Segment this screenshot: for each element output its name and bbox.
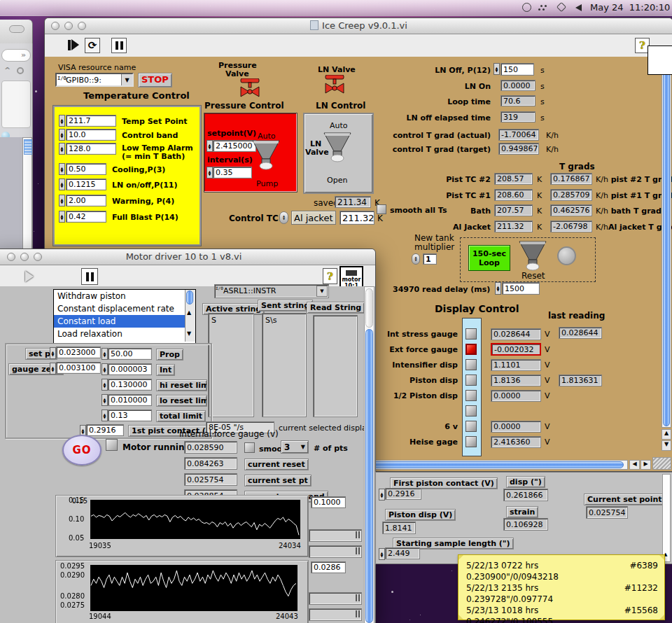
gauge-zero-field[interactable]: 0.003100	[56, 362, 101, 374]
control-tc-value[interactable]: Al jacket	[291, 211, 336, 225]
chevron-more-icon[interactable]: »	[21, 50, 26, 59]
chart1-slider-a[interactable]	[309, 529, 362, 542]
full-blast-field[interactable]: 0.42	[66, 211, 106, 223]
stop-button[interactable]: STOP	[138, 73, 172, 88]
chart2-slider-b[interactable]	[309, 608, 362, 621]
spinner[interactable]: ▲▼	[59, 115, 65, 127]
total-limit-field[interactable]: 0.13	[108, 410, 152, 421]
ln-valve-slider-funnel[interactable]	[323, 131, 351, 163]
int-field[interactable]: 0.000003	[108, 363, 152, 375]
pressure-slider-funnel[interactable]	[252, 139, 280, 171]
smooth-checkbox[interactable]	[244, 442, 255, 453]
loop-150-button[interactable]: 150-secLoop	[468, 245, 510, 271]
lo-reset-field[interactable]: 0.010000	[108, 394, 152, 406]
close-button[interactable]	[51, 22, 59, 30]
spinner[interactable]: ▲▼	[59, 129, 65, 141]
motor-vertical-scrollbar[interactable]	[364, 286, 374, 623]
visa-dropdown-icon[interactable]: ▼	[316, 286, 328, 297]
visa-combo[interactable]: I/O GPIB0::9: ▼	[55, 73, 134, 87]
fragment-scrollbar[interactable]	[22, 137, 32, 252]
temp-set-point-field[interactable]: 211.7	[66, 115, 116, 127]
low-temp-alarm-field[interactable]: 128.0	[66, 143, 116, 155]
list-item[interactable]: Load relaxation	[54, 328, 195, 340]
ln-onoff-field[interactable]: 0.1215	[66, 178, 106, 190]
smooth-all-ts-checkbox[interactable]	[377, 204, 386, 214]
spinner[interactable]: ▲▼	[50, 347, 56, 359]
display-toggle-piston[interactable]	[465, 374, 477, 386]
spinner[interactable]: ▲▼	[59, 211, 65, 223]
first-piston-contact-field[interactable]: 0.2916	[385, 488, 421, 500]
spinner[interactable]: ▲▼	[206, 140, 213, 152]
ln-off-field[interactable]: 150	[500, 63, 534, 76]
ice-traffic-lights[interactable]	[51, 22, 86, 30]
display-toggle-6v[interactable]	[465, 421, 477, 432]
minimize-button[interactable]	[64, 22, 73, 30]
spinner[interactable]: ▲▼	[102, 363, 108, 375]
pause-icon[interactable]	[81, 268, 98, 285]
sent-string-box[interactable]: S\s	[262, 313, 307, 417]
visa-dropdown-icon[interactable]: ▼	[121, 74, 132, 85]
collapse-caret-icon[interactable]: ^	[4, 66, 10, 75]
spinner[interactable]: ▲▼	[102, 379, 108, 391]
warming-field[interactable]: 2.00	[66, 195, 106, 206]
reset-slider-funnel[interactable]	[518, 239, 547, 272]
bottom-panel-scrollbar[interactable]: ▲	[662, 474, 671, 562]
interval-field[interactable]: 0.35	[213, 167, 252, 178]
cooling-field[interactable]: 0.50	[66, 163, 106, 175]
display-toggle-ext-force[interactable]	[465, 344, 477, 355]
spinner[interactable]: ▲▼	[379, 489, 385, 500]
setpoint-field[interactable]: 2.415000	[213, 140, 256, 152]
first-pist-contact-field[interactable]: 0.2916	[86, 424, 124, 436]
close-button[interactable]	[7, 253, 15, 261]
spinner[interactable]: ▲▼	[59, 195, 65, 206]
read-string-box[interactable]	[313, 315, 358, 417]
list-item-selected[interactable]: Constant load	[54, 315, 195, 328]
display-toggle-spare[interactable]	[465, 405, 477, 416]
num-pts-dropdown[interactable]: 3▼	[281, 440, 309, 454]
minimize-pill[interactable]	[9, 25, 24, 33]
log-note[interactable]: 5/22/13 0722 hrs 0.230900"/0/0943218#638…	[458, 554, 665, 620]
prop-field[interactable]: 50.00	[108, 348, 152, 360]
zoom-button[interactable]	[78, 22, 86, 30]
spinner[interactable]: ▲▼	[493, 63, 500, 75]
ice-vertical-scrollbar[interactable]	[662, 58, 671, 428]
scroll-left-arrow[interactable]: ◀	[629, 460, 640, 470]
run-icon[interactable]	[68, 40, 71, 50]
set-pt-field[interactable]: 0.023000	[56, 346, 101, 358]
spinner[interactable]: ▲▼	[102, 348, 108, 360]
new-tank-spinner[interactable]: ▲▼	[412, 253, 420, 265]
motor-visa-combo[interactable]: I/O ASRL1::INSTR ▼	[214, 284, 329, 298]
menu-clock-text[interactable]: May 24 11:20:10	[590, 2, 670, 13]
spinner[interactable]: ▲▼	[50, 363, 56, 374]
spinner[interactable]: ▲▼	[379, 548, 385, 560]
list-item[interactable]: Withdraw piston	[54, 290, 195, 302]
listbox-scrollbar[interactable]: ▲ ▼	[185, 290, 195, 342]
spinner[interactable]: ▲▼	[59, 163, 65, 175]
display-toggle-half-piston[interactable]	[465, 390, 477, 401]
list-item[interactable]: Constant displacement rate	[54, 302, 195, 315]
help-icon[interactable]: ?	[323, 268, 337, 284]
scroll-up-arrow[interactable]: ▲	[662, 429, 671, 440]
clock-icon[interactable]	[522, 3, 531, 12]
chart2-slider-a[interactable]	[309, 592, 362, 605]
ice-titlebar[interactable]: Ice Creep v9.0.1.vi	[45, 18, 672, 34]
spinner[interactable]: ▲▼	[59, 178, 65, 190]
spotlight-icon[interactable]	[556, 2, 566, 12]
gear-icon[interactable]	[17, 67, 24, 74]
control-tc-spinner[interactable]: ▲▼	[279, 211, 288, 224]
volume-icon[interactable]	[575, 4, 582, 11]
scroll-down-arrow[interactable]: ▼	[662, 440, 671, 451]
motor-traffic-lights[interactable]	[7, 253, 42, 261]
pause-icon[interactable]	[111, 38, 127, 53]
resize-grip[interactable]	[652, 457, 671, 470]
control-band-field[interactable]: 10.0	[66, 129, 116, 141]
search-field-fragment[interactable]	[1, 49, 31, 62]
display-toggle-int-stress[interactable]	[465, 328, 477, 340]
spinner[interactable]: ▲▼	[206, 167, 213, 178]
go-button[interactable]: GO	[62, 435, 102, 465]
run-icon[interactable]	[25, 271, 34, 282]
spinner[interactable]: ▲▼	[102, 410, 108, 421]
mode-listbox[interactable]: Withdraw piston Constant displacement ra…	[53, 289, 196, 344]
run-continuous-icon[interactable]: ⟳	[85, 38, 100, 53]
spaces-icon[interactable]	[540, 5, 542, 7]
